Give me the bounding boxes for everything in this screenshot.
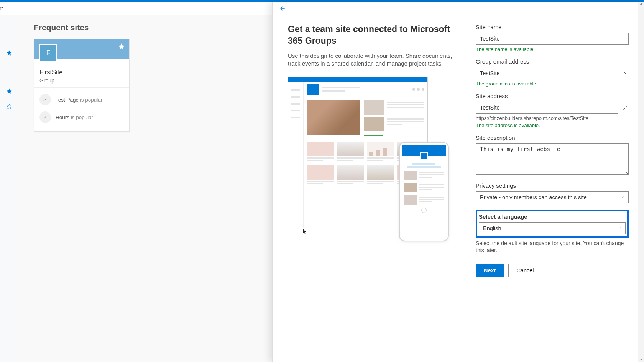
site-card[interactable]: F FirstSite Group Test Page is popular	[34, 39, 130, 132]
create-site-panel: Get a team site connected to Microsoft 3…	[272, 2, 644, 362]
activity-row[interactable]: Test Page is popular	[39, 91, 124, 108]
site-avatar: F	[39, 44, 57, 62]
scrollbar[interactable]	[638, 2, 644, 362]
activity-row[interactable]: Hours is popular	[39, 108, 124, 126]
privacy-label: Privacy settings	[476, 182, 629, 189]
site-address-url: https://citizenbuilders.sharepoint.com/s…	[476, 115, 629, 121]
star-outline-icon[interactable]	[6, 103, 12, 111]
chevron-down-icon	[620, 194, 624, 200]
language-value: English	[483, 225, 501, 231]
group-email-input[interactable]	[476, 67, 618, 79]
site-address-input[interactable]	[476, 102, 618, 114]
form-column: Site name The site name is available. Gr…	[476, 24, 629, 354]
site-address-label: Site address	[476, 93, 629, 99]
group-email-validation: The group alias is available.	[476, 81, 629, 87]
site-address-validation: The site address is available.	[476, 123, 629, 128]
star-icon[interactable]	[6, 50, 12, 57]
left-nav	[0, 15, 18, 362]
site-name-label: Site name	[476, 24, 629, 30]
panel-description: Use this design to collaborate with your…	[288, 52, 453, 68]
next-button[interactable]: Next	[476, 264, 504, 277]
template-preview	[288, 77, 449, 241]
card-title[interactable]: FirstSite	[39, 69, 124, 76]
trending-icon	[39, 94, 51, 105]
back-button[interactable]	[279, 5, 286, 13]
star-icon[interactable]	[6, 88, 12, 96]
privacy-value: Private - only members can access this s…	[480, 194, 587, 200]
panel-title: Get a team site connected to Microsoft 3…	[288, 24, 453, 47]
language-helper: Select the default site language for you…	[476, 240, 629, 254]
cursor-icon	[302, 228, 308, 235]
site-description-input[interactable]: This is my first website!	[476, 143, 629, 175]
language-select[interactable]: English	[479, 222, 626, 234]
privacy-select[interactable]: Private - only members can access this s…	[476, 191, 629, 203]
edit-icon[interactable]	[622, 105, 628, 111]
command-bar-fragment: s post	[0, 5, 3, 11]
chevron-down-icon	[617, 225, 621, 231]
site-name-validation: The site name is available.	[476, 46, 629, 52]
edit-icon[interactable]	[622, 70, 628, 76]
trending-icon	[39, 111, 51, 123]
star-icon[interactable]	[118, 43, 125, 52]
activity-text: Test Page is popular	[56, 97, 102, 103]
activity-text: Hours is popular	[56, 115, 93, 120]
card-header: F	[34, 39, 129, 59]
site-name-input[interactable]	[476, 33, 629, 45]
group-email-label: Group email address	[476, 58, 629, 65]
site-description-label: Site description	[476, 134, 629, 141]
card-subtitle: Group	[39, 77, 124, 84]
cancel-button[interactable]: Cancel	[508, 264, 542, 277]
language-label: Select a language	[479, 213, 626, 220]
language-highlight: Select a language English	[476, 210, 629, 238]
